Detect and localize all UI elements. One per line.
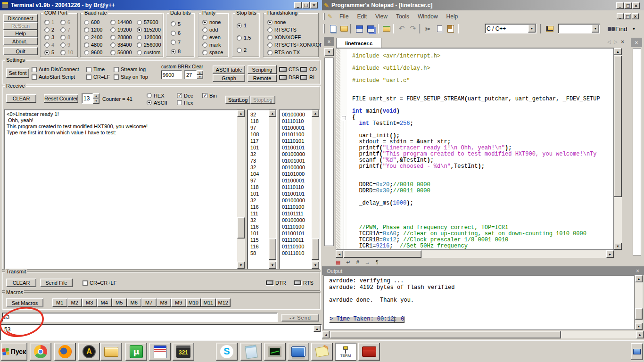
stop-bits-option[interactable]: 2 — [237, 44, 256, 56]
scroll-down-arrow[interactable]: ▼ — [237, 262, 245, 269]
redo-icon[interactable]: ↷ — [408, 24, 418, 34]
scroll-thumb[interactable] — [237, 217, 245, 239]
menu-item[interactable]: File — [335, 13, 353, 20]
send-button[interactable]: -> Send — [281, 314, 319, 321]
baud-option[interactable]: 14400 — [110, 18, 136, 26]
stoplog-button[interactable]: StopLog — [250, 96, 275, 104]
binoculars-icon[interactable] — [604, 24, 614, 34]
scroll-up-arrow[interactable]: ▲ — [312, 110, 319, 117]
cr-crlf-checkbox[interactable]: ✓CR=CR+LF — [83, 280, 116, 286]
scroll-up-arrow[interactable]: ▲ — [237, 110, 245, 117]
notepad-icon[interactable] — [240, 343, 262, 361]
tab-linetracer[interactable]: linetracer.c — [336, 38, 381, 48]
find-in-files-icon[interactable] — [545, 24, 555, 34]
reset-counter-button[interactable]: Reset Counter — [44, 94, 78, 103]
new-file-icon[interactable] — [328, 24, 338, 34]
open-project-icon[interactable] — [381, 24, 392, 34]
transmit-echo-area[interactable]: 53 ▲ — [0, 324, 322, 340]
wrap-icon[interactable]: ↵ — [346, 260, 350, 265]
com-port-option[interactable]: 3 — [44, 33, 60, 41]
editor-vscrollbar[interactable]: ▲ ▼ — [614, 48, 622, 250]
handshaking-option[interactable]: RTS on TX — [267, 49, 318, 56]
maximize-button[interactable]: □ — [302, 2, 310, 8]
tab-close-icon[interactable]: × — [621, 39, 624, 45]
system-monitor-icon[interactable] — [264, 343, 286, 361]
settings-checkbox[interactable]: ✓AutoStart Script — [32, 73, 79, 81]
skype-icon[interactable]: S — [216, 343, 238, 361]
show-desktop-button[interactable] — [631, 343, 643, 360]
tab-scroll-left-icon[interactable]: ◁ — [607, 40, 611, 44]
data-bits-option[interactable]: 7 — [171, 38, 191, 47]
baud-option[interactable]: 38400 — [110, 41, 136, 49]
baud-option[interactable]: 115200 — [137, 26, 163, 33]
macro-button[interactable]: M9 — [171, 298, 186, 307]
set-macros-button[interactable]: Set Macros — [6, 298, 43, 307]
parity-option[interactable]: none — [202, 18, 227, 26]
com-port-option[interactable]: 5 — [44, 49, 60, 56]
baud-option[interactable]: 57600 — [137, 18, 163, 26]
media-player-classic-icon[interactable]: 321 — [173, 343, 194, 361]
settings-checkbox[interactable]: ✓Time — [86, 66, 110, 73]
pn-maximize-button[interactable]: □ — [624, 2, 632, 9]
menu-item[interactable]: View — [371, 13, 392, 20]
handshaking-option[interactable]: RTS/CTS — [267, 26, 318, 33]
set-font-button[interactable]: Set font — [6, 68, 29, 78]
minimize-button[interactable]: _ — [294, 2, 302, 8]
pn-minimize-button[interactable]: _ — [616, 2, 624, 9]
code-editor[interactable]: − #include <avr/interrupt.h> #include <u… — [336, 48, 614, 250]
ascii-table-button[interactable]: ASCII table — [213, 66, 245, 74]
scroll-up-arrow[interactable]: ▲ — [614, 48, 622, 55]
receive-clear-button[interactable]: CLEAR — [6, 94, 36, 103]
macro-button[interactable]: M12 — [216, 298, 231, 307]
count-spinner[interactable]: 13 — [82, 93, 93, 104]
utorrent-icon[interactable]: μ — [125, 343, 147, 361]
stop-bits-option[interactable]: 1.5 — [237, 32, 256, 44]
output-hscrollbar[interactable]: ◄ ► — [322, 331, 644, 338]
data-bits-option[interactable]: 6 — [171, 29, 191, 38]
terminal-taskbar-icon[interactable]: TERM — [335, 343, 356, 361]
terminal-titlebar[interactable]: Terminal v1.9b - 20041226 - by Br@y++ _ … — [0, 0, 322, 10]
scroll-left-arrow[interactable]: ◄ — [322, 331, 330, 338]
rx-clear-spinner[interactable]: 27 — [184, 70, 197, 79]
receive-textarea[interactable]: <0>Linetracer ready 1! Ohh, yeah!This pr… — [4, 109, 245, 269]
bin-scrollbar[interactable]: ▲ ▼ — [312, 110, 319, 269]
firefox-icon[interactable] — [54, 343, 76, 361]
scroll-down-arrow[interactable]: ▼ — [269, 262, 276, 269]
scripting-button[interactable]: Scripting — [248, 65, 277, 74]
parity-option[interactable]: even — [202, 33, 227, 41]
dock-close-icon[interactable]: × — [635, 40, 638, 45]
com-port-option[interactable]: 6 — [60, 18, 76, 26]
handshaking-option[interactable]: RTS/CTS+XON/XOFF — [267, 41, 318, 49]
receive-format-checkbox[interactable]: ✓Bin — [202, 92, 217, 99]
receive-mode-radio[interactable]: HEX — [147, 92, 167, 99]
macro-button[interactable]: M1 — [52, 298, 67, 307]
quit-button[interactable]: Quit — [3, 47, 38, 55]
find-dropdown-arrow[interactable]: ▼ — [632, 27, 636, 31]
bin-list[interactable]: 0010000001110110011000010110110001110101… — [279, 109, 320, 269]
grid-icon[interactable]: ▦ — [336, 260, 340, 265]
toolbox-icon[interactable] — [358, 343, 380, 361]
send-file-button[interactable]: Send File — [40, 279, 73, 287]
rescan-button[interactable]: ReScan — [3, 22, 38, 30]
baud-option[interactable]: 28800 — [110, 33, 136, 41]
cut-icon[interactable]: ✂ — [423, 24, 433, 34]
com-port-option[interactable]: 1 — [44, 18, 60, 26]
handshaking-option[interactable]: none — [267, 18, 318, 26]
scroll-thumb[interactable] — [330, 331, 561, 338]
baud-option[interactable]: 256000 — [137, 41, 163, 49]
baud-option[interactable]: 19200 — [110, 26, 136, 33]
baud-option[interactable]: 2400 — [84, 33, 110, 41]
baud-option[interactable]: 128000 — [137, 33, 163, 41]
com-port-option[interactable]: 8 — [60, 33, 76, 41]
scroll-right-arrow[interactable]: ► — [636, 331, 644, 338]
handshaking-option[interactable]: XON/XOFF — [267, 33, 318, 41]
stop-bits-option[interactable]: 1 — [237, 19, 256, 32]
menu-item[interactable]: Window — [413, 13, 442, 20]
output-close-icon[interactable]: × — [636, 268, 639, 274]
com-port-option[interactable]: 9 — [60, 41, 76, 49]
parity-option[interactable]: mark — [202, 41, 227, 49]
pnotepad-taskbar-icon[interactable]: ✎ — [311, 343, 333, 361]
find-input-arrow[interactable]: ▼ — [592, 25, 599, 33]
output-vscrollbar[interactable]: ▲ ▼ — [635, 275, 643, 330]
pn-titlebar[interactable]: ✎ Programmer's Notepad - [linetracer.c] … — [322, 0, 644, 10]
